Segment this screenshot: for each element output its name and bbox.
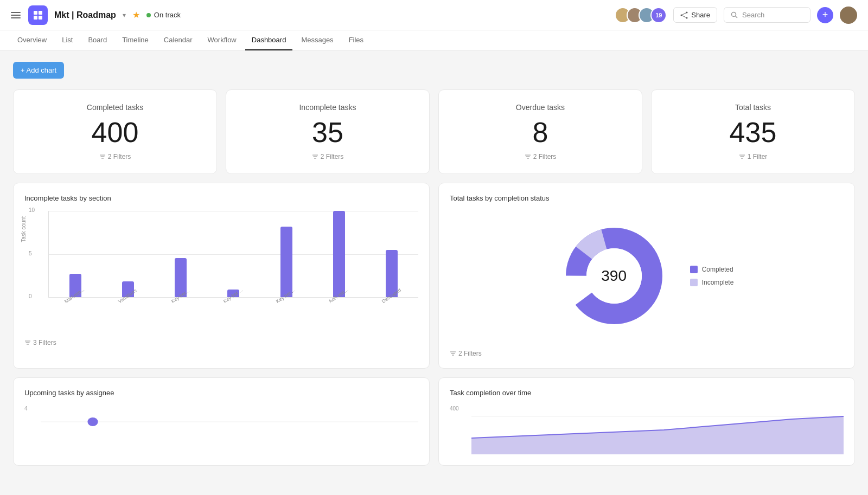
completion-chart-title: Task completion over time [450,389,844,397]
legend-completed-dot [690,266,698,273]
stat-incomplete-filter: 2 Filters [237,153,418,160]
legend-incomplete-dot [690,279,698,286]
svg-point-5 [686,11,688,13]
donut-filter-text: 2 Filters [458,350,482,357]
share-button[interactable]: Share [673,7,717,23]
nav-tabs: Overview List Board Timeline Calendar Wo… [0,30,868,51]
status-dot [146,13,151,17]
stat-overdue-filter: 2 Filters [450,153,631,160]
donut-chart-title: Total tasks by completion status [450,194,844,202]
filter-icon [312,153,318,160]
filter-icon [525,153,531,160]
stats-row: Completed tasks 400 2 Filters Incomplete… [13,89,855,174]
stat-incomplete-title: Incomplete tasks [237,103,418,112]
tab-overview[interactable]: Overview [11,30,53,50]
stat-card-incomplete: Incomplete tasks 35 2 Filters [226,89,430,174]
stat-card-completed: Completed tasks 400 2 Filters [13,89,217,174]
logo-icon [33,10,43,21]
svg-point-6 [686,17,688,18]
legend-completed: Completed [690,266,734,273]
legend-completed-label: Completed [702,266,733,273]
stat-total-filter: 1 Filter [662,153,844,160]
upcoming-svg [41,406,418,454]
tab-calendar[interactable]: Calendar [157,30,199,50]
avatar-count[interactable]: 19 [650,7,667,23]
status-text: On track [154,11,181,19]
bar-chart-footer: 3 Filters [24,339,418,346]
legend-incomplete: Incomplete [690,279,734,286]
stat-completed-title: Completed tasks [24,103,206,112]
header-right: 19 Share Search + [615,7,857,24]
donut-container: 390 [560,222,668,330]
bar-chart-card: Incomplete tasks by section 0 5 10 [13,183,430,369]
svg-point-9 [732,12,736,17]
donut-legend: Completed Incomplete [690,266,734,286]
filter-icon [739,153,745,160]
filter-icon [99,153,106,160]
search-bar[interactable]: Search [724,7,810,23]
app-logo [28,5,48,25]
app-header: Mkt | Roadmap ▾ ★ On track 19 Share [0,0,868,30]
svg-line-10 [736,16,738,18]
svg-point-4 [681,14,682,16]
bar-6 [333,211,345,297]
stat-overdue-title: Overdue tasks [450,103,631,112]
upcoming-chart-area: 4 [24,406,418,454]
completion-y-label: 400 [450,406,459,412]
stat-completed-value: 400 [24,118,206,146]
stat-total-title: Total tasks [662,103,844,112]
bar-chart-title: Incomplete tasks by section [24,194,418,202]
project-title: Mkt | Roadmap [54,10,116,20]
svg-rect-2 [34,16,37,20]
svg-point-33 [87,417,98,426]
chevron-down-icon[interactable]: ▾ [123,11,126,19]
svg-line-8 [682,15,686,17]
svg-rect-1 [39,11,42,15]
upcoming-chart-title: Upcoming tasks by assignee [24,389,418,397]
stat-card-overdue: Overdue tasks 8 2 Filters [438,89,642,174]
charts-row: Incomplete tasks by section 0 5 10 [13,183,855,369]
tab-board[interactable]: Board [81,30,113,50]
stat-overdue-value: 8 [450,118,631,146]
y-axis-title: Task count [21,216,27,242]
tab-messages[interactable]: Messages [295,30,340,50]
bar-chart-filter-text: 3 Filters [33,339,56,346]
search-placeholder: Search [742,11,764,19]
filter-icon [450,350,456,357]
donut-center-value: 390 [601,267,627,285]
donut-area: 390 Completed Incomplete [450,211,844,341]
bar-chart-area: 0 5 10 Task count [24,211,418,330]
plus-button[interactable]: + [817,7,833,23]
bottom-charts-row: Upcoming tasks by assignee 4 Task comple… [13,377,855,466]
svg-rect-3 [39,16,42,20]
main-content: + Add chart Completed tasks 400 2 Filter… [0,51,868,477]
tab-list[interactable]: List [55,30,79,50]
status-badge: On track [146,11,181,19]
stat-incomplete-value: 35 [237,118,418,146]
user-avatar[interactable] [840,7,857,24]
add-chart-button[interactable]: + Add chart [13,62,64,79]
stat-card-total: Total tasks 435 1 Filter [651,89,855,174]
completion-chart-card: Task completion over time 400 [438,377,855,466]
upcoming-y-label: 4 [24,406,28,412]
tab-timeline[interactable]: Timeline [116,30,155,50]
upcoming-chart-card: Upcoming tasks by assignee 4 [13,377,430,466]
tab-workflow[interactable]: Workflow [201,30,243,50]
completion-svg [471,406,844,454]
share-label: Share [691,11,710,19]
legend-incomplete-label: Incomplete [702,279,734,286]
filter-icon [24,339,31,346]
svg-line-7 [682,12,686,15]
tab-files[interactable]: Files [342,30,370,50]
bar-5 [280,227,292,297]
svg-rect-0 [34,11,37,15]
search-icon [731,11,738,18]
donut-chart-card: Total tasks by completion status 390 [438,183,855,369]
donut-chart-footer: 2 Filters [450,350,844,357]
tab-dashboard[interactable]: Dashboard [245,30,293,50]
share-icon [680,11,688,19]
star-icon[interactable]: ★ [132,10,140,20]
completion-chart-area: 400 [450,406,844,454]
stat-total-value: 435 [662,118,844,146]
hamburger-menu[interactable] [11,10,22,21]
